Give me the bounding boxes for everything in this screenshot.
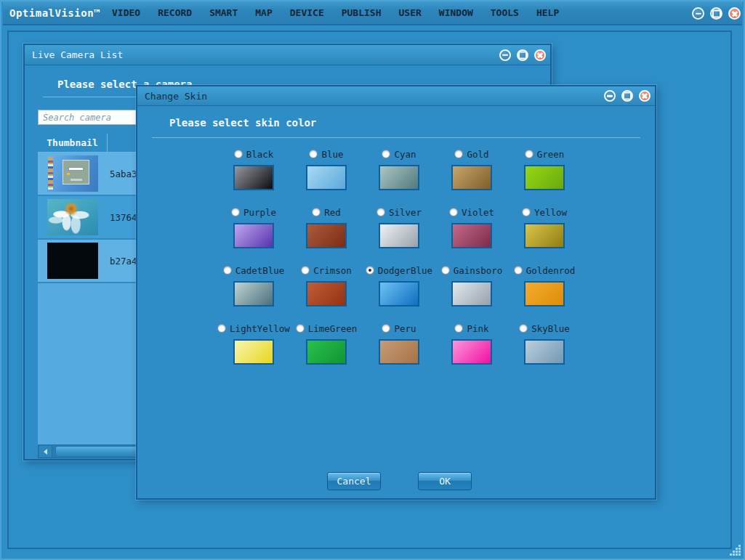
radio-icon[interactable]	[441, 266, 450, 275]
app-window-controls	[692, 7, 741, 20]
radio-icon[interactable]	[312, 208, 321, 216]
skin-swatch-pink[interactable]	[451, 339, 492, 365]
menu-help[interactable]: HELP	[531, 7, 565, 18]
cancel-button[interactable]: Cancel	[327, 472, 381, 490]
radio-icon[interactable]	[223, 266, 232, 275]
skin-minimize-button[interactable]	[604, 90, 616, 102]
radio-icon[interactable]	[217, 324, 226, 333]
skin-swatch-violet[interactable]	[451, 223, 492, 248]
skin-swatch-lightyellow[interactable]	[233, 339, 274, 365]
skin-radio-skyblue[interactable]: SkyBlue	[519, 322, 570, 334]
menu-user[interactable]: USER	[393, 7, 427, 18]
app-maximize-button[interactable]	[710, 7, 722, 20]
skin-radio-cyan[interactable]: Cyan	[382, 148, 416, 160]
app-close-button[interactable]	[728, 7, 741, 20]
skin-swatch-peru[interactable]	[379, 339, 419, 365]
camera-thumbnail-black[interactable]	[47, 243, 98, 279]
skin-option-label: Gainsboro	[454, 265, 503, 276]
skin-swatch-cadetblue[interactable]	[233, 281, 274, 307]
skin-close-button[interactable]	[639, 90, 651, 102]
skin-radio-gainsboro[interactable]: Gainsboro	[441, 264, 503, 276]
menu-record[interactable]: RECORD	[152, 7, 198, 18]
skin-option-label: Cyan	[394, 149, 416, 160]
skin-option-label: Gold	[467, 149, 488, 160]
scroll-left-button[interactable]	[39, 446, 52, 457]
skin-swatch-red[interactable]	[306, 223, 347, 248]
skin-swatch-goldenrod[interactable]	[524, 281, 565, 307]
skin-swatch-gainsboro[interactable]	[451, 281, 492, 307]
skin-radio-violet[interactable]: Violet	[449, 206, 494, 218]
skin-option-skyblue: SkyBlue	[508, 322, 581, 381]
app-minimize-button[interactable]	[692, 7, 704, 20]
radio-icon[interactable]	[522, 208, 531, 216]
camera-window-title: Live Camera List	[32, 49, 123, 60]
camera-thumbnail-desktop[interactable]	[47, 155, 98, 192]
camera-minimize-button[interactable]	[499, 49, 511, 61]
resize-grip-icon[interactable]	[729, 544, 741, 556]
skin-radio-limegreen[interactable]: LimeGreen	[296, 322, 358, 334]
skin-dialog-header: Please select skin color	[169, 117, 316, 129]
skin-swatch-cyan[interactable]	[379, 165, 419, 190]
camera-maximize-button[interactable]	[517, 49, 528, 61]
menu-video[interactable]: VIDEO	[106, 7, 146, 18]
skin-dialog-titlebar[interactable]: Change Skin	[137, 86, 655, 106]
skin-radio-red[interactable]: Red	[312, 206, 341, 218]
menu-smart[interactable]: SMART	[204, 7, 243, 18]
skin-swatch-purple[interactable]	[233, 223, 274, 248]
menu-window[interactable]: WINDOW	[433, 7, 479, 18]
camera-thumbnail-cell	[38, 199, 108, 235]
skin-radio-peru[interactable]: Peru	[382, 322, 416, 334]
ok-button[interactable]: OK	[418, 472, 472, 490]
radio-icon[interactable]	[366, 266, 374, 275]
skin-swatch-limegreen[interactable]	[306, 339, 347, 365]
skin-swatch-green[interactable]	[524, 165, 565, 190]
radio-icon[interactable]	[231, 208, 240, 216]
radio-icon[interactable]	[454, 150, 463, 158]
menu-tools[interactable]: TOOLS	[485, 7, 525, 18]
skin-swatch-black[interactable]	[233, 165, 274, 190]
skin-radio-blue[interactable]: Blue	[309, 148, 343, 160]
radio-icon[interactable]	[454, 324, 463, 333]
skin-radio-cadetblue[interactable]: CadetBlue	[223, 264, 285, 276]
skin-swatch-yellow[interactable]	[524, 223, 565, 248]
camera-thumbnail-flower[interactable]	[47, 199, 98, 235]
desktop-icons	[48, 157, 53, 190]
skin-radio-lightyellow[interactable]: LightYellow	[217, 322, 290, 334]
skin-swatch-silver[interactable]	[379, 223, 419, 248]
radio-icon[interactable]	[514, 266, 523, 275]
radio-icon[interactable]	[519, 324, 528, 333]
radio-icon[interactable]	[449, 208, 458, 216]
radio-icon[interactable]	[525, 150, 533, 158]
skin-radio-green[interactable]: Green	[525, 148, 565, 160]
skin-radio-silver[interactable]: Silver	[376, 206, 422, 218]
skin-radio-yellow[interactable]: Yellow	[522, 206, 567, 218]
skin-radio-pink[interactable]: Pink	[454, 322, 488, 334]
radio-icon[interactable]	[382, 150, 390, 158]
skin-swatch-blue[interactable]	[306, 165, 347, 190]
menu-device[interactable]: DEVICE	[284, 7, 330, 18]
skin-swatch-dodgerblue[interactable]	[379, 281, 419, 307]
camera-window-titlebar[interactable]: Live Camera List	[25, 45, 550, 65]
skin-radio-goldenrod[interactable]: Goldenrod	[514, 264, 576, 276]
menu-map[interactable]: MAP	[249, 7, 278, 18]
radio-icon[interactable]	[309, 150, 318, 158]
skin-swatch-crimson[interactable]	[306, 281, 347, 307]
menu-publish[interactable]: PUBLISH	[336, 7, 387, 18]
skin-radio-crimson[interactable]: Crimson	[301, 264, 352, 276]
skin-radio-purple[interactable]: Purple	[231, 206, 276, 218]
skin-option-label: SkyBlue	[531, 323, 570, 334]
skin-option-label: Goldenrod	[526, 265, 576, 276]
radio-icon[interactable]	[296, 324, 305, 333]
skin-radio-black[interactable]: Black	[234, 148, 274, 160]
radio-icon[interactable]	[376, 208, 385, 216]
radio-icon[interactable]	[234, 150, 243, 158]
radio-icon[interactable]	[382, 324, 390, 333]
skin-option-green: Green	[508, 148, 581, 206]
skin-radio-gold[interactable]: Gold	[454, 148, 488, 160]
skin-swatch-gold[interactable]	[451, 165, 492, 190]
skin-swatch-skyblue[interactable]	[524, 339, 565, 365]
radio-icon[interactable]	[301, 266, 310, 275]
skin-maximize-button[interactable]	[621, 90, 633, 102]
skin-radio-dodgerblue[interactable]: DodgerBlue	[366, 264, 432, 276]
camera-close-button[interactable]	[534, 49, 546, 61]
